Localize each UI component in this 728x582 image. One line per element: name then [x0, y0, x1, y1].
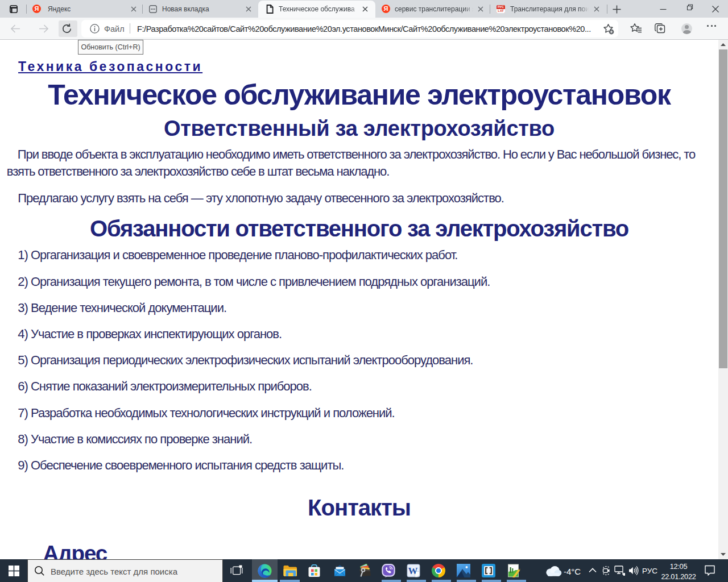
svg-text:W: W — [408, 566, 418, 576]
